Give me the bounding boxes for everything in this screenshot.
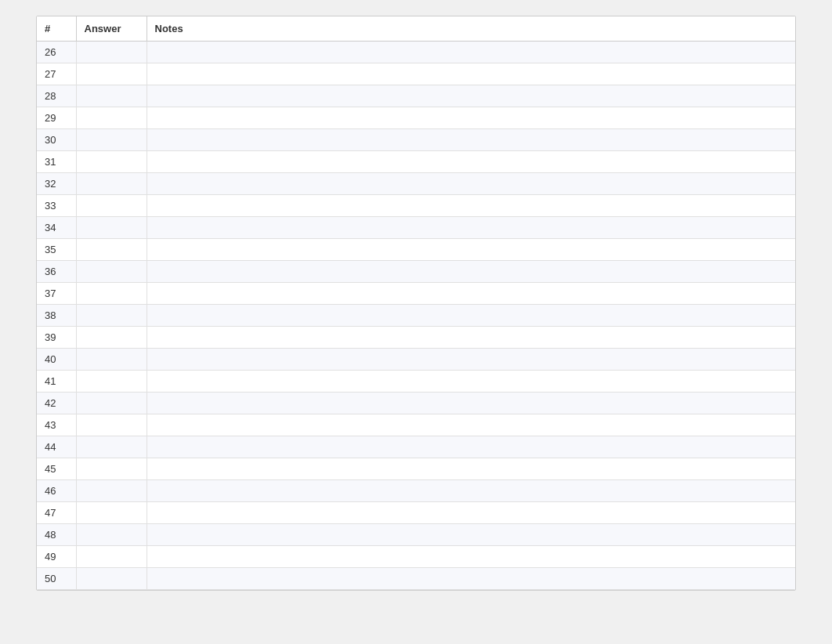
table-row: 28 [37,85,795,107]
cell-answer [76,195,147,217]
cell-notes [147,151,795,173]
cell-answer [76,393,147,414]
table-row: 43 [37,414,795,436]
table-row: 49 [37,546,795,568]
cell-notes [147,436,795,458]
cell-num: 29 [37,107,76,129]
cell-answer [76,283,147,305]
cell-num: 35 [37,239,76,261]
table-row: 30 [37,129,795,151]
cell-num: 38 [37,305,76,327]
table-row: 32 [37,173,795,195]
table-row: 50 [37,568,795,590]
table-row: 29 [37,107,795,129]
cell-notes [147,261,795,283]
cell-notes [147,349,795,371]
cell-num: 48 [37,524,76,546]
cell-num: 43 [37,414,76,436]
cell-notes [147,371,795,393]
cell-notes [147,129,795,151]
cell-answer [76,546,147,568]
cell-notes [147,63,795,85]
cell-notes [147,480,795,502]
cell-answer [76,349,147,371]
cell-notes [147,327,795,349]
cell-answer [76,63,147,85]
cell-notes [147,173,795,195]
cell-answer [76,42,147,63]
cell-answer [76,458,147,480]
cell-notes [147,195,795,217]
cell-notes [147,568,795,590]
cell-num: 45 [37,458,76,480]
cell-num: 42 [37,393,76,414]
col-header-answer: Answer [76,16,147,42]
table-row: 41 [37,371,795,393]
cell-answer [76,173,147,195]
cell-num: 37 [37,283,76,305]
table-row: 38 [37,305,795,327]
cell-num: 41 [37,371,76,393]
cell-num: 31 [37,151,76,173]
cell-num: 44 [37,436,76,458]
col-header-notes: Notes [147,16,795,42]
table-wrapper: # Answer Notes 2627282930313233343536373… [36,16,796,591]
cell-notes [147,524,795,546]
cell-notes [147,393,795,414]
cell-answer [76,261,147,283]
cell-notes [147,217,795,239]
cell-answer [76,414,147,436]
cell-notes [147,414,795,436]
table-row: 46 [37,480,795,502]
cell-answer [76,502,147,524]
cell-notes [147,107,795,129]
table-row: 42 [37,393,795,414]
table-header-row: # Answer Notes [37,16,795,42]
cell-answer [76,129,147,151]
cell-num: 49 [37,546,76,568]
table-row: 47 [37,502,795,524]
cell-answer [76,151,147,173]
cell-answer [76,85,147,107]
cell-answer [76,107,147,129]
table-row: 44 [37,436,795,458]
cell-num: 32 [37,173,76,195]
table-row: 34 [37,217,795,239]
cell-notes [147,283,795,305]
table-row: 48 [37,524,795,546]
cell-num: 26 [37,42,76,63]
cell-notes [147,85,795,107]
cell-answer [76,436,147,458]
cell-answer [76,327,147,349]
cell-num: 27 [37,63,76,85]
cell-num: 39 [37,327,76,349]
cell-num: 30 [37,129,76,151]
cell-num: 46 [37,480,76,502]
col-header-num: # [37,16,76,42]
page-container: # Answer Notes 2627282930313233343536373… [0,0,832,644]
table-row: 35 [37,239,795,261]
cell-num: 28 [37,85,76,107]
table-row: 37 [37,283,795,305]
cell-notes [147,239,795,261]
table-row: 39 [37,327,795,349]
table-row: 36 [37,261,795,283]
cell-answer [76,371,147,393]
cell-answer [76,305,147,327]
table-row: 27 [37,63,795,85]
table-body: 2627282930313233343536373839404142434445… [37,42,795,590]
cell-num: 47 [37,502,76,524]
cell-num: 36 [37,261,76,283]
cell-notes [147,458,795,480]
table-row: 40 [37,349,795,371]
main-table: # Answer Notes 2627282930313233343536373… [37,16,795,590]
table-row: 26 [37,42,795,63]
cell-num: 40 [37,349,76,371]
cell-notes [147,305,795,327]
cell-num: 34 [37,217,76,239]
table-row: 31 [37,151,795,173]
table-row: 33 [37,195,795,217]
cell-answer [76,568,147,590]
cell-notes [147,42,795,63]
cell-answer [76,524,147,546]
